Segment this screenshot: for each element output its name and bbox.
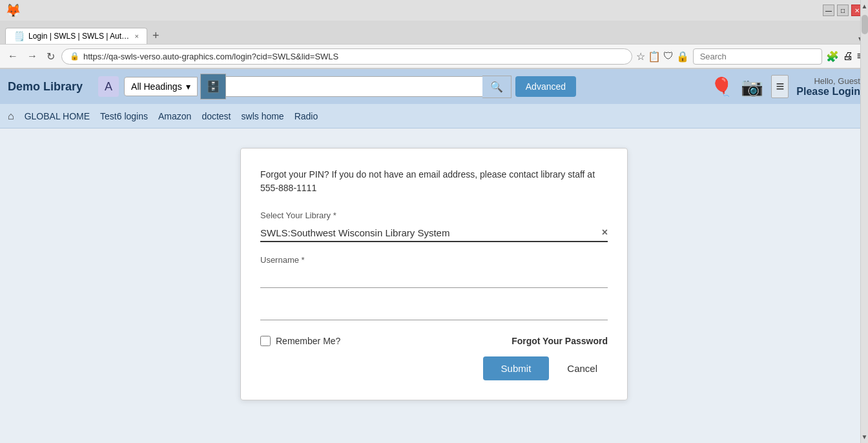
remember-me-label: Remember Me? bbox=[276, 336, 340, 346]
home-nav-icon[interactable]: ⌂ bbox=[8, 110, 14, 122]
back-button[interactable]: ← bbox=[5, 49, 21, 63]
password-input[interactable] bbox=[260, 301, 608, 320]
print-icon[interactable]: 🖨 bbox=[843, 50, 853, 62]
nav-bar: ⌂ GLOBAL HOME Test6 logins Amazon doctes… bbox=[0, 104, 868, 129]
minimize-button[interactable]: — bbox=[823, 5, 834, 16]
search-type-dropdown[interactable]: All Headings ▾ bbox=[124, 77, 198, 96]
username-label: Username * bbox=[260, 255, 608, 265]
advanced-search-button[interactable]: Advanced bbox=[515, 76, 576, 97]
scroll-down-icon[interactable]: ▼ bbox=[862, 431, 868, 443]
scroll-thumb[interactable] bbox=[862, 15, 868, 34]
nav-link-doctest[interactable]: doctest bbox=[202, 111, 231, 121]
library-select-value: SWLS:Southwest Wisconsin Library System bbox=[260, 227, 602, 238]
forgot-password-link[interactable]: Forgot Your Password bbox=[512, 336, 608, 346]
nav-link-radio[interactable]: Radio bbox=[294, 111, 318, 121]
clear-library-button[interactable]: × bbox=[602, 227, 608, 238]
header-icons: 🎈 📷 ≡ Hello, Guest Please Login bbox=[710, 75, 860, 98]
search-input[interactable] bbox=[226, 76, 482, 97]
app-header: Demo Library A All Headings ▾ 🗄️ 🔍 Advan… bbox=[0, 69, 868, 104]
main-content: Forgot your PIN? If you do not have an e… bbox=[0, 129, 868, 443]
nav-link-swls-home[interactable]: swls home bbox=[242, 111, 284, 121]
remember-me-container: Remember Me? bbox=[260, 336, 340, 346]
scroll-up-icon[interactable]: ▲ bbox=[862, 0, 868, 12]
tab-close-icon[interactable]: × bbox=[135, 32, 139, 40]
camera-icon[interactable]: 📷 bbox=[741, 76, 763, 98]
library-select-group: Select Your Library * SWLS:Southwest Wis… bbox=[260, 211, 608, 242]
tab-favicon-icon: 🗒️ bbox=[14, 31, 25, 41]
tab-title: Login | SWLS | SWLS | Auto-Gra... bbox=[28, 32, 131, 41]
username-input[interactable] bbox=[260, 269, 608, 288]
user-section: Hello, Guest Please Login bbox=[796, 76, 860, 98]
lock-icon[interactable]: 🔒 bbox=[676, 50, 689, 63]
library-select-label: Select Your Library * bbox=[260, 211, 608, 220]
logo-icon: A bbox=[98, 76, 119, 97]
password-group bbox=[260, 301, 608, 320]
all-headings-label: All Headings bbox=[131, 81, 182, 92]
forward-button[interactable]: → bbox=[25, 49, 40, 63]
dropdown-arrow-icon: ▾ bbox=[186, 81, 191, 92]
shield-icon[interactable]: 🛡 bbox=[663, 50, 674, 63]
url-bar[interactable]: 🔒 https://qa-swls-verso.auto-graphics.co… bbox=[61, 48, 632, 65]
browser-tab[interactable]: 🗒️ Login | SWLS | SWLS | Auto-Gra... × bbox=[5, 28, 147, 44]
please-login-link[interactable]: Please Login bbox=[796, 86, 860, 98]
login-card: Forgot your PIN? If you do not have an e… bbox=[240, 148, 628, 400]
library-name: Demo Library bbox=[8, 80, 83, 94]
form-footer: Remember Me? Forgot Your Password bbox=[260, 336, 608, 346]
search-button[interactable]: 🔍 bbox=[482, 76, 512, 98]
database-icon[interactable]: 🗄️ bbox=[200, 74, 226, 99]
balloon-icon[interactable]: 🎈 bbox=[710, 76, 733, 98]
submit-button[interactable]: Submit bbox=[483, 356, 550, 380]
user-greeting: Hello, Guest bbox=[814, 76, 860, 86]
bookmark-icon[interactable]: ☆ bbox=[636, 50, 645, 63]
library-select-container[interactable]: SWLS:Southwest Wisconsin Library System … bbox=[260, 224, 608, 242]
username-group: Username * bbox=[260, 255, 608, 288]
nav-link-test6[interactable]: Test6 logins bbox=[100, 111, 148, 121]
extensions-icon[interactable]: 🧩 bbox=[826, 50, 839, 63]
cancel-button[interactable]: Cancel bbox=[557, 356, 608, 380]
nav-link-global-home[interactable]: GLOBAL HOME bbox=[25, 111, 90, 121]
browser-search-input[interactable] bbox=[693, 48, 822, 65]
maximize-button[interactable]: □ bbox=[837, 5, 849, 16]
nav-link-amazon[interactable]: Amazon bbox=[158, 111, 191, 121]
refresh-button[interactable]: ↻ bbox=[44, 49, 57, 64]
scrollbar[interactable]: ▲ ▼ bbox=[860, 0, 868, 443]
url-text: https://qa-swls-verso.auto-graphics.com/… bbox=[83, 52, 624, 61]
action-buttons: Submit Cancel bbox=[260, 356, 608, 380]
remember-me-checkbox[interactable] bbox=[260, 336, 271, 346]
secure-icon: 🔒 bbox=[70, 52, 79, 61]
reader-icon[interactable]: 📋 bbox=[648, 50, 661, 63]
pin-notice: Forgot your PIN? If you do not have an e… bbox=[260, 168, 608, 195]
hamburger-menu-icon[interactable]: ≡ bbox=[771, 75, 789, 98]
search-area: All Headings ▾ 🗄️ 🔍 Advanced bbox=[124, 74, 576, 99]
new-tab-button[interactable]: + bbox=[149, 28, 163, 44]
